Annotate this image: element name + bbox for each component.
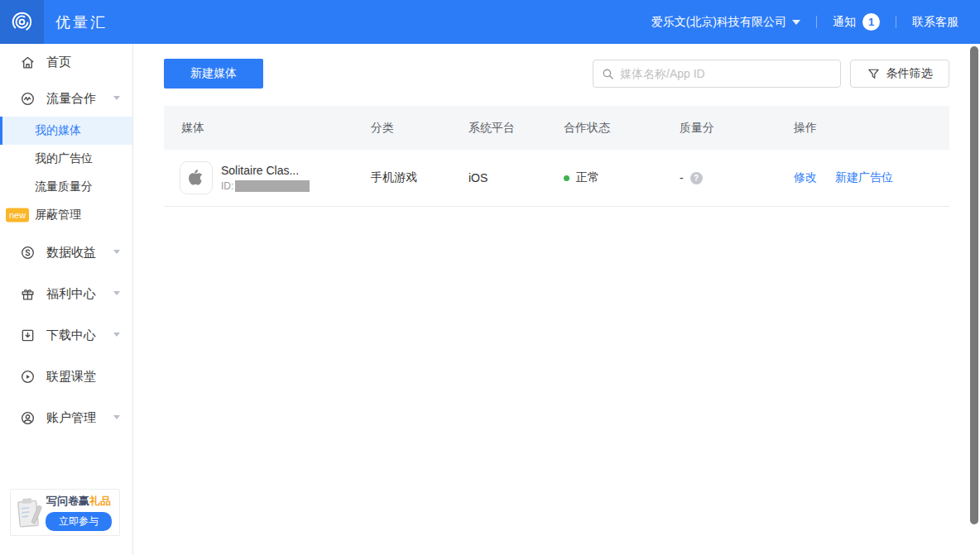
chevron-down-icon [113, 415, 120, 419]
sidebar-subitem-label: 流量质量分 [35, 179, 93, 194]
search-input[interactable] [620, 67, 832, 80]
sidebar-item-label: 账户管理 [46, 410, 96, 426]
status-label: 正常 [576, 170, 599, 185]
quality-score-value: - [680, 171, 684, 184]
media-cell: Solitaire Clas... ID: [180, 161, 371, 194]
search-box [593, 60, 841, 88]
chevron-down-icon [113, 250, 120, 254]
media-id-redacted [235, 180, 310, 192]
chevron-down-icon [113, 96, 120, 100]
sidebar-item-download[interactable]: 下载中心 [0, 317, 132, 353]
divider [816, 16, 817, 28]
new-adslot-link[interactable]: 新建广告位 [835, 170, 893, 184]
notification-count-badge: 1 [862, 13, 880, 31]
sidebar-item-label: 流量合作 [46, 91, 96, 107]
apple-logo-icon [186, 168, 206, 188]
survey-headline: 写问卷赢礼品 [46, 494, 111, 509]
media-table: 媒体 分类 系统平台 合作状态 质量分 操作 Solitaire Clas... [164, 106, 949, 207]
sidebar-item-label: 首页 [46, 55, 71, 70]
survey-promo-card: 写问卷赢礼品 立即参与 [10, 489, 120, 536]
sidebar-subitem-my-adslots[interactable]: 我的广告位 [0, 145, 132, 173]
edit-link[interactable]: 修改 [794, 170, 817, 184]
gift-icon [20, 285, 36, 302]
category-cell: 手机游戏 [371, 170, 468, 185]
media-id: ID: [221, 180, 310, 192]
media-id-label: ID: [221, 180, 233, 192]
clipboard-pencil-icon [12, 494, 46, 532]
col-header-quality: 质量分 [680, 121, 794, 136]
traffic-icon [20, 90, 36, 107]
chevron-down-icon [113, 291, 120, 295]
media-name: Solitaire Clas... [221, 164, 310, 177]
survey-join-button[interactable]: 立即参与 [46, 512, 112, 531]
notifications-button[interactable]: 通知 1 [833, 13, 880, 31]
table-header-row: 媒体 分类 系统平台 合作状态 质量分 操作 [164, 106, 949, 150]
search-icon [602, 68, 614, 80]
sidebar-item-label: 联盟课堂 [46, 369, 96, 385]
brand-title: 优量汇 [55, 12, 108, 32]
app-logo [0, 0, 44, 44]
sidebar-item-academy[interactable]: 联盟课堂 [0, 358, 132, 395]
filter-button-label: 条件筛选 [886, 66, 933, 81]
download-icon [20, 327, 36, 343]
account-icon [20, 409, 36, 426]
toolbar: 新建媒体 条件筛选 [164, 59, 949, 89]
status-dot-green [564, 175, 569, 181]
company-name: 爱乐文(北京)科技有限公司 [651, 15, 786, 30]
chevron-down-icon [792, 20, 800, 25]
sidebar-subitem-label: 我的媒体 [35, 123, 81, 138]
sidebar-item-traffic[interactable]: 流量合作 [0, 80, 132, 117]
app-icon [180, 161, 213, 194]
sidebar-item-account[interactable]: 账户管理 [0, 400, 132, 436]
col-header-category: 分类 [371, 121, 468, 136]
new-media-button[interactable]: 新建媒体 [164, 59, 263, 89]
sidebar: 首页 流量合作 我的媒体 我的广告位 流量质量分 new 屏蔽管理 [0, 44, 133, 555]
topbar: 优量汇 爱乐文(北京)科技有限公司 通知 1 联系客服 [0, 0, 980, 44]
play-circle-icon [20, 368, 36, 385]
sidebar-item-label: 下载中心 [46, 328, 96, 343]
col-header-status: 合作状态 [564, 121, 680, 136]
sidebar-subitem-label: 我的广告位 [35, 151, 93, 166]
contact-support-link[interactable]: 联系客服 [912, 15, 958, 30]
status-cell: 正常 [564, 170, 680, 185]
chevron-down-icon [113, 333, 120, 337]
actions-cell: 修改 新建广告位 [794, 170, 949, 185]
sidebar-subitem-traffic-quality[interactable]: 流量质量分 [0, 173, 132, 201]
main-content: 新建媒体 条件筛选 媒体 分类 系 [133, 44, 980, 555]
filter-button[interactable]: 条件筛选 [850, 60, 949, 88]
sidebar-item-home[interactable]: 首页 [0, 44, 132, 80]
col-header-actions: 操作 [794, 121, 949, 136]
col-header-media: 媒体 [181, 121, 371, 136]
home-icon [20, 54, 36, 70]
new-badge: new [6, 208, 29, 222]
account-company-menu[interactable]: 爱乐文(北京)科技有限公司 [651, 15, 800, 30]
platform-cell: iOS [468, 171, 564, 184]
question-mark-icon[interactable]: ? [690, 172, 703, 184]
sidebar-subitem-block-management[interactable]: new 屏蔽管理 [0, 201, 132, 229]
sidebar-item-label: 数据收益 [46, 245, 96, 261]
divider [896, 16, 896, 28]
revenue-icon [20, 244, 36, 261]
survey-headline-main: 写问卷赢 [46, 495, 89, 507]
col-header-platform: 系统平台 [468, 121, 564, 136]
sidebar-subitem-label: 屏蔽管理 [35, 208, 81, 222]
vertical-scrollbar[interactable] [970, 46, 978, 524]
funnel-icon [867, 68, 880, 80]
sidebar-item-welfare[interactable]: 福利中心 [0, 275, 132, 312]
sidebar-item-revenue[interactable]: 数据收益 [0, 234, 132, 270]
sidebar-subitem-my-media[interactable]: 我的媒体 [0, 117, 132, 145]
notice-label: 通知 [833, 15, 856, 30]
table-row: Solitaire Clas... ID: 手机游戏 iOS 正常 - ? [164, 150, 949, 207]
quality-score-cell: - ? [680, 171, 794, 184]
swirl-logo-icon [11, 11, 33, 33]
sidebar-item-label: 福利中心 [46, 286, 96, 302]
survey-headline-accent: 礼品 [89, 495, 111, 507]
